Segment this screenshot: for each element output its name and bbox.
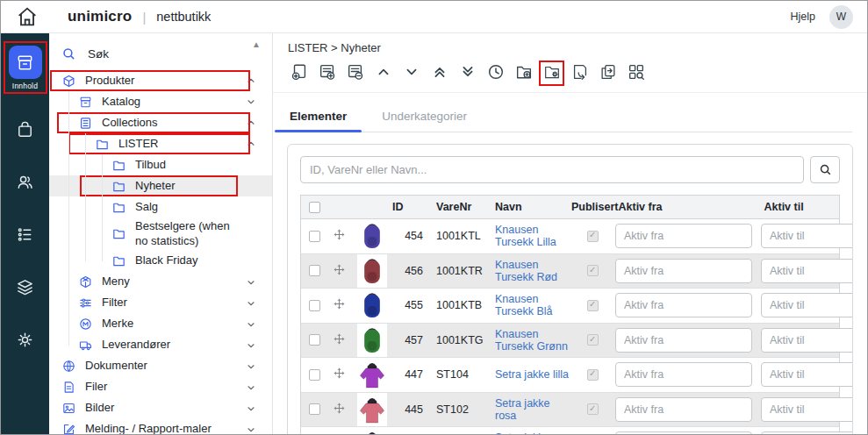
rail-item-archive-box[interactable]: Innhold [9, 46, 42, 90]
row-checkbox[interactable] [309, 403, 320, 415]
toolbar-add-folder-button[interactable] [513, 62, 534, 84]
sidebar-item-melding-rapport-maler[interactable]: Melding- / Rapport-maler [49, 419, 272, 434]
home-icon[interactable] [15, 4, 39, 29]
sidebar-item-produkter[interactable]: Produkter [49, 70, 272, 91]
drag-handle[interactable] [327, 367, 351, 382]
sidebar-item-lister[interactable]: LISTER [49, 133, 272, 154]
table-search-button[interactable] [810, 156, 840, 183]
user-avatar[interactable]: W [829, 5, 853, 29]
chevron-down-icon[interactable] [246, 361, 256, 372]
drag-handle[interactable] [327, 297, 351, 313]
product-link[interactable]: Setra jakke lilla [495, 368, 569, 381]
cell-id: 447 [392, 368, 426, 381]
sidebar-item-black-friday[interactable]: Black Friday [49, 251, 272, 272]
toolbar-grid-search-button[interactable] [625, 62, 647, 84]
aktiv-fra-input[interactable] [615, 259, 752, 283]
file-lines-icon [61, 380, 76, 395]
rail-item-list-dots[interactable] [15, 225, 35, 248]
aktiv-til-input[interactable] [761, 259, 853, 283]
aktiv-fra-input[interactable] [615, 362, 752, 387]
toolbar-move-up-button[interactable] [372, 62, 394, 84]
sidebar-item-bilder[interactable]: Bilder [49, 398, 272, 419]
sidebar-item-bestselgere-when-no-statistics[interactable]: Bestselgere (when no statistics) [49, 218, 272, 251]
toolbar-move-to-folder-button[interactable] [569, 62, 591, 84]
elements-table: ID VareNr Navn Publisert Aktiv fra Aktiv… [300, 195, 840, 435]
aktiv-fra-input[interactable] [615, 397, 752, 422]
aktiv-til-input[interactable] [761, 397, 853, 422]
sidebar-item-leverand-rer[interactable]: Leverandører [49, 335, 272, 356]
sidebar-item-collections[interactable]: Collections [49, 112, 272, 133]
table-search-input[interactable] [300, 156, 804, 183]
gear-icon [15, 330, 35, 353]
sidebar-item-merke[interactable]: Merke [49, 314, 272, 335]
row-checkbox[interactable] [309, 265, 320, 276]
aktiv-fra-input[interactable] [615, 293, 752, 317]
sidebar-item-label: Salg [135, 200, 237, 215]
toolbar-add-page-button[interactable] [288, 62, 310, 84]
toolbar-move-to-top-button[interactable] [428, 62, 450, 84]
sidebar-item-katalog[interactable]: Katalog [49, 91, 272, 112]
drag-handle[interactable] [327, 332, 351, 348]
chevron-down-icon[interactable] [246, 403, 256, 414]
drag-handle[interactable] [327, 263, 351, 279]
chevron-down-icon[interactable] [246, 96, 256, 107]
toolbar-add-list-card-button[interactable] [316, 62, 338, 84]
chevron-down-icon[interactable] [246, 340, 256, 351]
chevron-down-icon[interactable] [246, 424, 256, 434]
drag-handle[interactable] [327, 402, 351, 417]
add-page-icon [290, 62, 309, 85]
aktiv-til-input[interactable] [761, 224, 853, 248]
sidebar-item-filer[interactable]: Filer [49, 377, 272, 398]
aktiv-til-input[interactable] [761, 431, 853, 435]
drag-handle[interactable] [327, 228, 351, 244]
sidebar-item-dokumenter[interactable]: Dokumenter [49, 356, 272, 377]
product-link[interactable]: Setra jakke grønn [495, 431, 550, 435]
aktiv-fra-input[interactable] [615, 431, 752, 435]
rail-item-users[interactable] [15, 172, 35, 196]
toolbar-copy-move-button[interactable] [597, 62, 619, 84]
chevron-down-icon[interactable] [246, 298, 256, 309]
rail-item-shopping-bag[interactable] [15, 119, 35, 143]
chevron-up-icon[interactable] [246, 118, 256, 128]
edit-pencil-icon [61, 422, 76, 434]
tab-elementer[interactable]: Elementer [288, 104, 348, 132]
sidebar-item-meny[interactable]: Meny [49, 272, 272, 293]
sidebar-item-salg[interactable]: Salg [49, 196, 272, 218]
aktiv-fra-input[interactable] [615, 328, 752, 353]
aktiv-til-input[interactable] [761, 362, 853, 387]
chevron-down-icon[interactable] [246, 277, 256, 288]
select-all-checkbox[interactable] [309, 202, 320, 213]
sidebar-item-tilbud[interactable]: Tilbud [49, 154, 272, 175]
sidebar-collapse-icon[interactable]: ▲ [252, 40, 261, 49]
row-checkbox[interactable] [309, 369, 320, 381]
product-link[interactable]: Knausen Tursekk Blå [495, 293, 553, 317]
chevron-up-icon[interactable] [246, 75, 256, 86]
toolbar-schedule-clock-button[interactable] [484, 62, 506, 84]
toolbar-move-to-bottom-button[interactable] [456, 62, 478, 84]
product-link[interactable]: Knausen Tursekk Rød [495, 259, 557, 283]
rail-item-gear[interactable] [15, 330, 35, 353]
chevron-up-icon[interactable] [246, 139, 256, 149]
toolbar-folder-settings-button[interactable] [541, 62, 563, 84]
row-checkbox[interactable] [309, 334, 320, 346]
rail-item-layers[interactable] [15, 277, 35, 301]
product-link[interactable]: Setra jakke rosa [495, 397, 550, 422]
product-link[interactable]: Knausen Tursekk Grønn [495, 328, 568, 353]
product-link[interactable]: Knausen Tursekk Lilla [495, 224, 556, 248]
search-icon [61, 46, 76, 61]
sidebar-item-nyheter[interactable]: Nyheter [49, 175, 272, 196]
toolbar-remove-list-card-button[interactable] [344, 62, 366, 84]
toolbar-move-down-button[interactable] [400, 62, 422, 84]
aktiv-til-input[interactable] [761, 293, 853, 317]
row-checkbox[interactable] [309, 300, 320, 311]
chevron-down-icon[interactable] [246, 382, 256, 393]
tab-underkategorier[interactable]: Underkategorier [380, 104, 469, 132]
aktiv-fra-input[interactable] [615, 224, 752, 248]
sidebar-item-filter[interactable]: Filter [49, 293, 272, 314]
help-link[interactable]: Hjelp [791, 11, 816, 23]
sidebar-item-label: Melding- / Rapport-maler [85, 422, 237, 434]
sidebar-search[interactable]: Søk [49, 39, 272, 70]
row-checkbox[interactable] [309, 231, 320, 242]
aktiv-til-input[interactable] [761, 328, 853, 353]
chevron-down-icon[interactable] [246, 319, 256, 330]
